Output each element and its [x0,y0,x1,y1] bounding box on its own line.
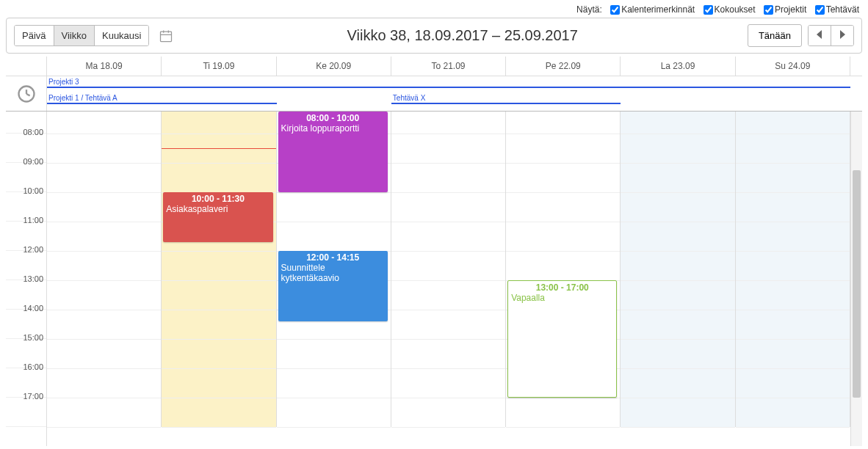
clock-icon [16,84,37,104]
svg-rect-0 [161,32,172,41]
view-switcher: Päivä Viikko Kuukausi [14,25,149,46]
allday-bar-label: Projekti 1 / Tehtävä A [48,94,117,102]
calendar-event[interactable]: 08:00 - 10:00Kirjoita loppuraportti [278,112,388,192]
day-header[interactable]: Ti 19.09 [162,56,276,76]
day-column[interactable] [391,112,506,427]
day-header[interactable]: Su 24.09 [736,56,850,76]
hour-label: 11:00 [6,192,46,222]
prev-button[interactable] [809,26,831,45]
day-header[interactable]: Ma 18.09 [47,56,162,76]
filter-option-1[interactable]: Kokoukset [704,4,756,15]
filter-option-2[interactable]: Projektit [764,4,806,15]
today-button[interactable]: Tänään [748,24,802,47]
day-column[interactable] [47,112,162,427]
view-week-button[interactable]: Viikko [54,26,95,45]
svg-marker-11 [840,30,845,39]
svg-marker-10 [817,30,822,39]
chevron-left-icon [816,30,823,39]
calendar-event[interactable]: 13:00 - 17:00Vapaalla [507,280,617,398]
allday-bar-label: Tehtävä X [393,94,425,102]
event-time: 10:00 - 11:30 [166,194,270,204]
event-title: Kirjoita loppuraportti [281,123,385,134]
hour-label: 13:00 [6,251,46,280]
day-header[interactable]: La 23.09 [621,56,735,76]
hour-label: 14:00 [6,280,46,310]
hour-label: 09:00 [6,134,46,163]
allday-body[interactable]: Projekti 3Projekti 1 / Tehtävä ATehtävä … [47,76,850,111]
grid-body[interactable]: 10:00 - 11:30Asiakaspalaveri08:00 - 10:0… [47,112,850,446]
filter-checkbox[interactable] [815,5,825,15]
event-time: 13:00 - 17:00 [511,282,613,293]
allday-row: Projekti 3Projekti 1 / Tehtävä ATehtävä … [6,76,862,112]
allday-clock [6,76,47,111]
calendar-grid: 08:0009:0010:0011:0012:0013:0014:0015:00… [6,112,862,446]
allday-bar-label: Projekti 3 [48,78,79,86]
scrollbar[interactable] [850,112,862,446]
event-time: 12:00 - 14:15 [281,252,385,263]
calendar-event[interactable]: 10:00 - 11:30Asiakaspalaveri [163,192,272,242]
day-column[interactable]: 10:00 - 11:30Asiakaspalaveri [162,112,276,427]
calendar: Ma 18.09 Ti 19.09 Ke 20.09 To 21.09 Pe 2… [6,56,862,446]
chevron-right-icon [839,30,846,39]
hour-label: 15:00 [6,310,46,339]
calendar-event[interactable]: 12:00 - 14:15Suunnittele kytkentäkaavio [278,251,388,321]
event-title: Vapaalla [511,293,613,303]
allday-bar[interactable]: Tehtävä X [391,95,621,100]
allday-bar[interactable]: Projekti 1 / Tehtävä A [47,95,277,100]
now-indicator [162,148,275,149]
event-title: Suunnittele kytkentäkaavio [281,263,385,283]
scroll-spacer [850,76,862,111]
day-column[interactable]: 08:00 - 10:00Kirjoita loppuraportti12:00… [277,112,391,427]
hour-label: 12:00 [6,222,46,251]
day-column[interactable]: 13:00 - 17:00Vapaalla [506,112,621,427]
allday-bar[interactable]: Projekti 3 [47,79,850,84]
calendar-icon[interactable] [155,25,177,47]
event-title: Asiakaspalaveri [166,204,270,214]
hour-label: 10:00 [6,163,46,192]
filter-bar: Näytä: Kalenterimerkinnät Kokoukset Proj… [0,0,868,18]
day-column[interactable] [621,112,735,427]
day-columns: 10:00 - 11:30Asiakaspalaveri08:00 - 10:0… [47,112,850,427]
filter-checkbox[interactable] [610,5,620,15]
filter-checkbox[interactable] [764,5,773,15]
scroll-spacer [850,56,862,76]
view-month-button[interactable]: Kuukausi [95,26,148,45]
hour-label: 16:00 [6,339,46,368]
day-column[interactable] [736,112,850,427]
time-header-spacer [6,56,47,76]
filter-option-3[interactable]: Tehtävät [815,4,859,15]
filter-option-0[interactable]: Kalenterimerkinnät [610,4,695,15]
hour-label: 17:00 [6,368,46,398]
svg-line-14 [26,94,30,95]
day-header[interactable]: To 21.09 [391,56,506,76]
filter-checkbox[interactable] [704,5,713,15]
time-column: 08:0009:0010:0011:0012:0013:0014:0015:00… [6,112,47,446]
view-day-button[interactable]: Päivä [15,26,54,45]
day-header[interactable]: Ke 20.09 [277,56,391,76]
event-time: 08:00 - 10:00 [281,113,385,123]
filter-label: Näytä: [576,4,602,15]
next-button[interactable] [831,26,853,45]
day-header[interactable]: Pe 22.09 [506,56,621,76]
range-title: Viikko 38, 18.09.2017 – 25.09.2017 [177,27,747,44]
day-header-row: Ma 18.09 Ti 19.09 Ke 20.09 To 21.09 Pe 2… [6,56,862,76]
scrollbar-thumb[interactable] [853,170,861,398]
toolbar: Päivä Viikko Kuukausi Viikko 38, 18.09.2… [6,18,862,54]
